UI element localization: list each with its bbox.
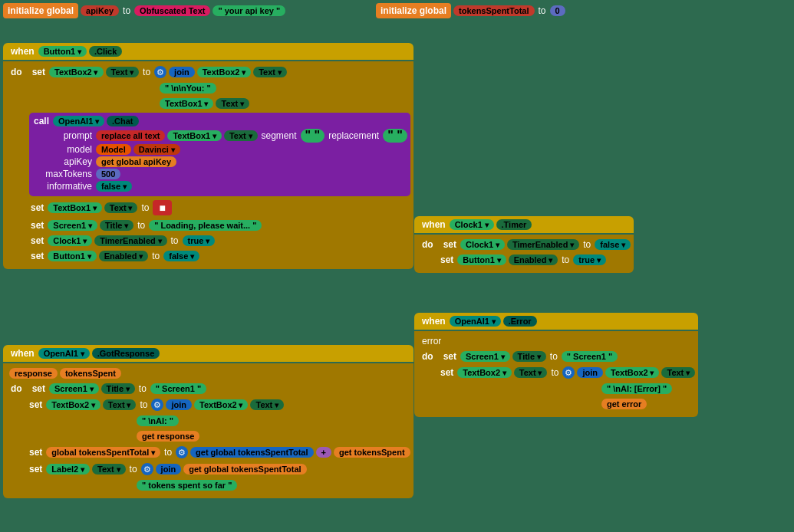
text-join1[interactable]: Text [253,67,287,77]
text-prop1[interactable]: Text [106,67,140,77]
set-label2: set [29,202,45,213]
loading-val: " Loading, please wait... " [149,220,262,231]
to4: to [170,235,180,246]
enabled-prop1[interactable]: Enabled [99,251,149,261]
empty-string1: ■ [153,200,171,215]
screen1-error-chip[interactable]: Screen1 [460,351,510,362]
rep-val: " " [383,129,407,143]
when-button-block: when Button1 .Click do set TextBox2 Text… [3,43,413,269]
text-prop2[interactable]: Text [104,202,138,213]
tb2-resp-chip[interactable]: TextBox2 [46,399,100,410]
button1-clock-chip[interactable]: Button1 [457,255,506,265]
tb2-error-join[interactable]: TextBox2 [605,367,659,378]
do-label: do [9,67,24,77]
textbox2-chip1[interactable]: TextBox2 [49,67,103,77]
tb2-error-chip[interactable]: TextBox2 [457,367,511,378]
ai-resp-string: " \nAI: " [137,415,179,426]
call-label: call [32,116,51,126]
to-error2: to [549,367,560,378]
maxtokens-val: 500 [96,169,120,179]
button1-chip[interactable]: Button1 [38,46,87,57]
join-gear-error: ⚙ [562,366,575,379]
label2-chip[interactable]: Label2 [46,464,90,475]
openai1-resp-chip[interactable]: OpenAI1 [38,348,90,359]
timerEnabled-prop1[interactable]: TimerEnabled [94,235,166,246]
text-resp-prop2[interactable]: Text [92,464,126,475]
join-gear-resp: ⚙ [151,399,163,411]
to-label2: to [537,5,548,16]
screen1-title-val: " Screen1 " [562,351,618,362]
tb2-resp-join[interactable]: TextBox2 [194,399,248,410]
error-param-label: error [420,336,443,346]
false-val2[interactable]: false [163,251,199,261]
tb2-join[interactable]: TextBox2 [197,67,251,77]
set-resp2: set [28,399,44,410]
timer-event: .Timer [496,219,532,230]
model-label: model [32,144,94,155]
text-error-prop[interactable]: Text [514,367,548,378]
tb1-prompt[interactable]: TextBox1 [167,130,221,141]
response-param: response [9,368,58,379]
enabled-prop2[interactable]: Enabled [509,255,558,265]
maxtokens-label: maxTokens [32,169,94,179]
tokens-string: " tokens spent so far " [137,480,237,491]
when-error-block: when OpenAI1 .Error error do set Screen1… [414,313,698,417]
you-string: " \n\nYou: " [160,83,216,94]
false-clock[interactable]: false [595,239,631,250]
screen1-chip1[interactable]: Screen1 [48,220,97,231]
title-prop1[interactable]: Title [100,220,133,231]
do-clock-label: do [420,239,435,250]
plus-op: + [316,447,331,458]
davinci-chip[interactable]: Davinci [133,144,180,155]
tb1-chip[interactable]: TextBox1 [48,202,101,213]
tokens-value: 0 [550,5,565,16]
gotresponse-event: .GotResponse [92,348,160,359]
openai1-error-chip[interactable]: OpenAI1 [450,316,501,327]
join-gear-resp2: ⚙ [141,463,153,475]
false-val[interactable]: false [96,181,132,192]
to5: to [150,251,161,261]
tb1-join[interactable]: TextBox1 [160,98,213,109]
set-error2: set [439,367,455,378]
title-resp-prop[interactable]: Title [101,383,135,394]
clock1-timer-chip[interactable]: Clock1 [460,239,505,250]
title-error-prop[interactable]: Title [512,351,546,362]
model-chip: Model [96,144,131,155]
openai1-chip[interactable]: OpenAI1 [53,116,104,126]
clock1-chip2[interactable]: Clock1 [450,219,494,230]
true-val1[interactable]: true [183,235,216,246]
screen1-resp-chip[interactable]: Screen1 [49,383,99,394]
set-clock1: set [437,239,458,250]
text-resp-prop[interactable]: Text [103,399,137,410]
text-resp-join[interactable]: Text [250,399,284,410]
get-tokensspent: get tokensSpent [334,447,410,458]
to-resp1: to [137,383,148,394]
to-clock2: to [560,255,571,265]
text-join2[interactable]: Text [216,98,249,109]
plus-gear: ⚙ [176,446,188,458]
set-label5: set [29,251,45,261]
set-label1: set [26,67,47,77]
timerEnabled-prop2[interactable]: TimerEnabled [507,239,579,250]
get-global-tokens2: get global tokensSpentTotal [183,464,306,475]
seg-val: " " [301,129,325,143]
join-label-resp: join [166,399,192,410]
chat-method: .Chat [107,116,139,126]
text-error-join[interactable]: Text [661,367,695,378]
text-prompt[interactable]: Text [224,130,258,141]
to-resp4: to [128,464,139,475]
tokensspent-param: tokensSpent [60,368,121,379]
button1-chip2[interactable]: Button1 [48,251,96,261]
when-clock-label: when [420,219,447,230]
clock1-chip1[interactable]: Clock1 [48,235,92,246]
join-label-error: join [577,367,603,378]
to3: to [136,220,147,231]
global-tokens-chip[interactable]: global tokensSpentTotal [46,447,160,458]
to-label: to [121,5,132,16]
to2: to [140,202,150,213]
when-response-block: when OpenAI1 .GotResponse response token… [3,345,413,498]
true-clock[interactable]: true [573,255,606,265]
segment-label: segment [260,130,298,141]
screen1-resp-val: " Screen1 " [150,383,206,394]
when-response-label: when [9,348,36,359]
